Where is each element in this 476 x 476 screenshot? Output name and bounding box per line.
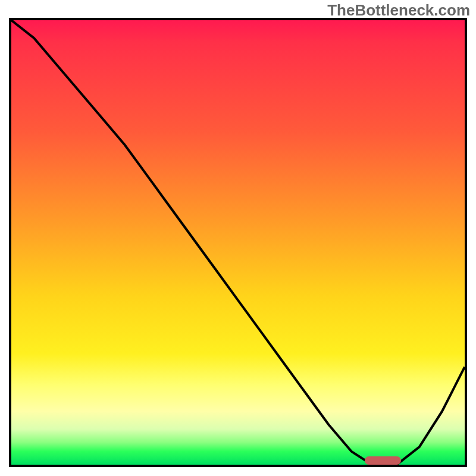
optimal-range-marker bbox=[365, 456, 401, 465]
chart-container: TheBottleneck.com bbox=[0, 0, 476, 476]
chart-svg bbox=[11, 20, 465, 465]
watermark-text: TheBottleneck.com bbox=[327, 1, 470, 20]
plot-area bbox=[9, 18, 467, 467]
bottleneck-curve bbox=[11, 20, 465, 465]
